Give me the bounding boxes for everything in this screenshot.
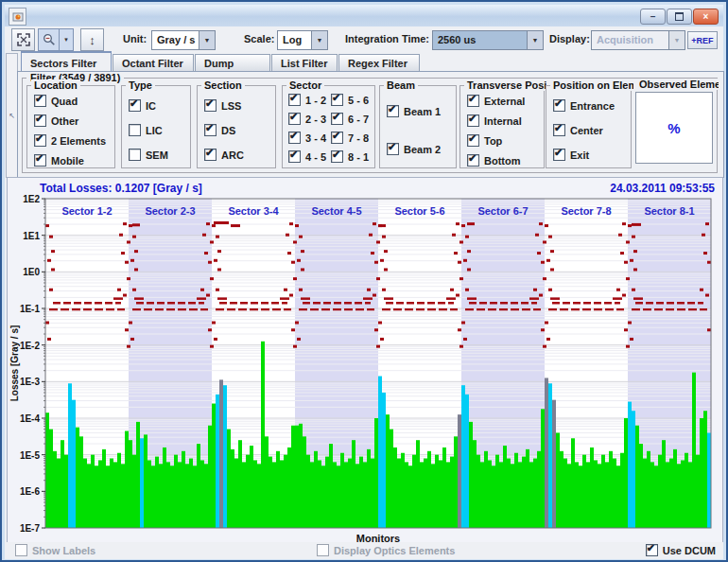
green-bar (579, 465, 582, 528)
tab-sectors-filter[interactable]: Sectors Filter (21, 51, 112, 72)
red-dot (626, 345, 630, 348)
application-window: – × ▼ ↕ Unit: Gray / s ▼ Scale: Log (0, 0, 728, 562)
integration-time-value: 2560 us (433, 31, 527, 49)
vertical-fit-button[interactable]: ↕ (80, 28, 104, 51)
y-tick-label: 1E-5 (20, 450, 41, 461)
checkbox-lic[interactable]: LIC (129, 124, 163, 136)
checkbox-sector-7-8[interactable]: 7 - 8 (331, 132, 369, 144)
checkbox-beam-1[interactable]: Beam 1 (387, 105, 441, 117)
checkbox-sector-8-1[interactable]: 8 - 1 (331, 150, 369, 163)
checkbox-exit[interactable]: Exit (553, 149, 589, 161)
checkbox-mobile[interactable]: Mobile (34, 154, 84, 167)
green-bar (340, 453, 344, 528)
display-select[interactable]: Acquisition ▼ (591, 30, 685, 50)
green-bar (390, 430, 393, 528)
red-dot (123, 222, 127, 225)
red-dot (616, 289, 620, 291)
checkbox-beam-2[interactable]: Beam 2 (387, 143, 441, 155)
green-bar (367, 449, 371, 528)
green-bar (541, 409, 545, 528)
close-button[interactable]: × (693, 9, 719, 25)
red-dot (622, 294, 626, 297)
green-bar (662, 440, 666, 528)
unit-select[interactable]: Gray / s ▼ (151, 30, 216, 50)
checkbox-label: Entrance (570, 100, 615, 112)
checkbox-box (553, 124, 565, 136)
tab-dump-filter[interactable]: Dump Filter (195, 54, 270, 72)
threshold-step (446, 297, 456, 300)
ref-button[interactable]: +REF (687, 31, 718, 49)
vertical-arrows-icon: ↕ (89, 33, 95, 47)
checkbox-box (288, 132, 301, 144)
checkbox-display-optics-elements[interactable]: Display Optics Elements (317, 544, 455, 556)
checkbox-bottom[interactable]: Bottom (467, 154, 521, 167)
red-dot (632, 236, 635, 238)
integration-time-select[interactable]: 2560 us ▼ (432, 30, 544, 50)
tab-regex-filter[interactable]: Regex Filter (338, 54, 420, 72)
checkbox-box (204, 149, 217, 161)
y-axis-title: Losses [Gray / s] (9, 325, 20, 402)
checkbox-sector-5-6[interactable]: 5 - 6 (331, 94, 369, 106)
checkbox-ds[interactable]: DS (204, 124, 235, 136)
checkbox-sector-4-5[interactable]: 4 - 5 (288, 150, 326, 163)
minimize-button[interactable]: – (640, 9, 666, 25)
checkbox-internal[interactable]: Internal (467, 114, 522, 127)
red-dot (217, 268, 221, 271)
y-tick-label: 1E-4 (20, 413, 41, 424)
red-dot (51, 250, 55, 253)
red-dot (210, 345, 214, 348)
checkbox-sector-6-7[interactable]: 6 - 7 (331, 113, 369, 125)
checkbox-label: 7 - 8 (348, 132, 369, 144)
zoom-dropdown-button[interactable]: ▼ (59, 28, 74, 51)
checkbox-use-dcum[interactable]: Use DCUM (646, 544, 716, 556)
green-bar (650, 462, 654, 528)
checkbox-quad[interactable]: Quad (34, 95, 78, 107)
green-bar (87, 464, 91, 528)
fit-view-button[interactable] (11, 28, 35, 51)
green-bar (136, 422, 140, 528)
green-bar (427, 451, 431, 528)
checkbox-label: Use DCUM (663, 545, 716, 556)
checkbox-external[interactable]: External (467, 95, 525, 107)
green-bar (151, 465, 155, 528)
unit-value: Gray / s (152, 31, 199, 49)
window-titlebar[interactable]: – × (5, 5, 723, 27)
checkbox-2-elements[interactable]: 2 Elements (34, 134, 106, 147)
green-bar (658, 455, 662, 528)
red-dot (129, 322, 132, 325)
checkbox-sector-2-3[interactable]: 2 - 3 (288, 113, 326, 125)
checkbox-sem[interactable]: SEM (129, 149, 168, 161)
checkbox-lss[interactable]: LSS (204, 99, 241, 112)
green-bar (624, 418, 628, 528)
maximize-button[interactable] (667, 9, 692, 25)
timestamp: 24.03.2011 09:53:55 (610, 182, 715, 195)
red-dot (132, 236, 136, 238)
checkbox-sector-1-2[interactable]: 1 - 2 (288, 94, 326, 106)
checkbox-top[interactable]: Top (467, 134, 502, 147)
threshold-step (550, 297, 560, 300)
tab-list-filter[interactable]: List Filter (271, 54, 338, 72)
green-bar (197, 444, 200, 528)
checkbox-label: DS (221, 125, 235, 136)
checkbox-sector-3-4[interactable]: 3 - 4 (288, 132, 326, 144)
zoom-button[interactable] (38, 28, 61, 51)
checkbox-box (129, 99, 141, 112)
checkbox-arc[interactable]: ARC (204, 149, 244, 161)
checkbox-entrance[interactable]: Entrance (553, 99, 615, 112)
checkbox-ic[interactable]: IC (129, 99, 156, 112)
checkbox-center[interactable]: Center (553, 124, 603, 136)
cyan-bar (548, 383, 552, 528)
checkbox-show-labels[interactable]: Show Labels (15, 544, 95, 556)
observed-element-input[interactable]: % (635, 92, 713, 164)
red-dot (463, 338, 467, 341)
red-dot (134, 268, 138, 271)
red-dot (624, 261, 628, 264)
scale-select[interactable]: Log ▼ (277, 30, 328, 50)
app-icon[interactable] (9, 8, 26, 26)
tab-octant-filter[interactable]: Octant Filter (113, 54, 194, 72)
checkbox-other[interactable]: Other (34, 114, 78, 127)
green-bar (700, 418, 703, 528)
green-bar (492, 465, 495, 528)
group-title: Beam (384, 79, 418, 91)
checkbox-label: IC (146, 100, 156, 112)
